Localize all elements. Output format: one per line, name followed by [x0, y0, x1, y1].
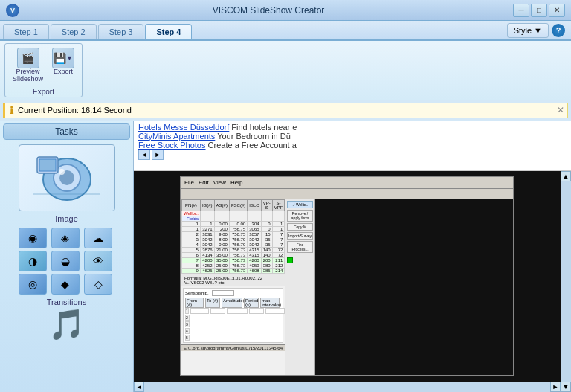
info-close-button[interactable]: ✕	[557, 105, 564, 115]
ad-link-3[interactable]: Free Stock Photos	[138, 141, 206, 150]
formula-bar: Formula: M.G..RIS00E..3.01.R0002..22 V..…	[181, 274, 285, 286]
scroll-up-button[interactable]: ▲	[561, 171, 571, 181]
import-button[interactable]: Import/Survey...	[287, 232, 313, 240]
info-icon: ℹ	[10, 105, 13, 116]
slideshow-container: Hotels Messe Düsseldorf Find hotels near…	[134, 121, 571, 392]
ad-text-1: Find hotels near e	[231, 123, 297, 132]
export-section-label: Export	[33, 86, 54, 96]
copy-button[interactable]: Copy M	[287, 223, 313, 231]
slide-data-panel: PN(#) IG(#) AS(#) FSC(#) ISLC VP-S	[181, 199, 315, 375]
slide-data-table: PN(#) IG(#) AS(#) FSC(#) ISLC VP-S	[181, 199, 285, 274]
wellbr-button[interactable]: ✓ Wellbr..	[287, 201, 313, 208]
ad-text-2: Your Bedroom in Dü	[217, 132, 291, 141]
music-icon: 🎵	[48, 309, 86, 339]
scroll-left-button[interactable]: ◄	[134, 382, 144, 392]
table-row: 110.000.00304010.00	[182, 222, 286, 227]
status-date: 1/15/2011	[247, 346, 267, 350]
music-area: 🎵	[48, 309, 86, 339]
maximize-button[interactable]: □	[531, 4, 547, 17]
ad-line-1: Hotels Messe Düsseldorf Find hotels near…	[138, 123, 567, 132]
help-button[interactable]: ?	[552, 24, 565, 37]
slide-menu-bar: File Edit View Help	[181, 177, 513, 189]
transition-icon-8[interactable]: ◇	[84, 274, 112, 295]
minimize-button[interactable]: ─	[513, 4, 529, 17]
table-row: 5387621.00756.734315140722.96	[182, 248, 286, 253]
status-indicator-green	[287, 257, 293, 263]
hscroll-track[interactable]	[144, 382, 550, 392]
image-label: Image	[55, 214, 78, 223]
preview-icon: 🎬	[17, 48, 39, 68]
topbar-right: Style ▼ ?	[501, 23, 571, 38]
main-content: Tasks Image ◉ ◈ ☁ ◑	[0, 121, 571, 392]
transition-icon-7[interactable]: ◆	[51, 274, 80, 295]
slide-right-buttons: ✓ Wellbr.. Remove / apply form Copy M Im…	[285, 199, 314, 375]
find-process-button[interactable]: Find Process...	[287, 241, 313, 253]
transition-icon-2[interactable]: ☁	[84, 228, 112, 248]
ad-navigation: ◄ ►	[138, 150, 567, 160]
ad-next-button[interactable]: ►	[152, 150, 164, 160]
window-controls: ─ □ ✕	[513, 4, 565, 17]
vscroll-track[interactable]	[561, 181, 571, 382]
steps-container: Step 1 Step 2 Step 3 Step 4	[0, 21, 501, 39]
ads-content: Hotels Messe Düsseldorf Find hotels near…	[134, 121, 571, 162]
svg-rect-5	[39, 159, 56, 171]
horizontal-scrollbar: ◄ ►	[134, 382, 561, 392]
slide-preview-row: File Edit View Help	[134, 171, 571, 392]
remove-button[interactable]: Remove / apply form	[287, 210, 313, 222]
table-row: 13271200756.753065013.40	[182, 227, 286, 232]
table-row: 9462525.00756.7346083852142.96	[182, 269, 286, 274]
step-tab-2[interactable]: Step 2	[51, 24, 97, 39]
slide-toolbar-bar	[181, 189, 513, 199]
transition-icon-0[interactable]: ◉	[19, 228, 47, 248]
export-button[interactable]: 💾 ▼ Export	[49, 46, 77, 85]
step-tab-4[interactable]: Step 4	[145, 24, 192, 39]
table-row: 430420.00756.7930423572.95	[182, 242, 286, 248]
ad-link-2[interactable]: CityMinis Apartments	[138, 132, 215, 141]
transitions-grid: ◉ ◈ ☁ ◑ ◒ 👁 ◎ ◆ ◇	[19, 228, 115, 295]
icon-toolbar: 🎬 Preview Slideshow 💾 ▼ Export Export	[0, 41, 571, 100]
scroll-right-button[interactable]: ►	[550, 382, 561, 392]
slide-content-area: PN(#) IG(#) AS(#) FSC(#) ISLC VP-S	[181, 199, 513, 375]
slide-content-frame: File Edit View Help	[180, 176, 514, 376]
transition-icon-6[interactable]: ◎	[19, 274, 47, 295]
table-row: 8425225.00756.7340593802123.94	[182, 263, 286, 269]
transition-icon-1[interactable]: ◈	[51, 228, 80, 248]
ad-prev-button[interactable]: ◄	[138, 150, 150, 160]
scroll-down-button[interactable]: ▼	[561, 382, 571, 392]
step-tab-3[interactable]: Step 3	[98, 24, 144, 39]
app-icon: V	[6, 4, 19, 17]
info-message: Current Position: 16.14 Second	[18, 106, 132, 115]
ad-line-3: Free Stock Photos Create a Free Account …	[138, 141, 567, 150]
export-icon: 💾 ▼	[52, 48, 74, 68]
preview-slideshow-label: Preview Slideshow	[13, 68, 43, 83]
svg-point-3	[59, 169, 65, 175]
slide-viewport: File Edit View Help	[134, 171, 561, 382]
step-bar: Step 1 Step 2 Step 3 Step 4 Style ▼ ?	[0, 21, 571, 41]
slide-input-area: Sensorship. From (#) To (#) Ampli	[183, 288, 283, 343]
preview-slideshow-button[interactable]: 🎬 Preview Slideshow	[10, 46, 46, 85]
ad-line-2: CityMinis Apartments Your Bedroom in Dü	[138, 132, 567, 141]
transition-icon-4[interactable]: ◒	[51, 251, 80, 271]
sidebar-title: Tasks	[3, 123, 130, 140]
slide-inner: File Edit View Help	[181, 177, 513, 375]
export-toolbar-section: 🎬 Preview Slideshow 💾 ▼ Export Export	[4, 43, 83, 97]
export-label: Export	[54, 68, 73, 76]
transition-icon-5[interactable]: 👁	[84, 251, 112, 271]
ad-link-1[interactable]: Hotels Messe Düsseldorf	[138, 123, 229, 132]
slide-right-panel	[315, 199, 513, 375]
transition-icon-3[interactable]: ◑	[19, 251, 47, 271]
image-preview-graphic	[33, 150, 100, 205]
slide-preview-main: File Edit View Help	[134, 171, 561, 392]
table-row: 7420035.00756.7342002002112.96	[182, 258, 286, 263]
title-bar: V VISCOM SlideShow Creator ─ □ ✕	[0, 0, 571, 21]
image-preview	[19, 144, 115, 211]
app-window: V VISCOM SlideShow Creator ─ □ ✕ Step 1 …	[0, 0, 571, 392]
table-row: 230319.00756.7530571572.40	[182, 232, 286, 237]
window-title: VISCOM SlideShow Creator	[24, 5, 513, 16]
table-row: 6413435.00756.734315140722.96	[182, 253, 286, 258]
close-button[interactable]: ✕	[549, 4, 565, 17]
style-button[interactable]: Style ▼	[507, 23, 549, 38]
ad-text-3: Create a Free Account a	[208, 141, 297, 150]
step-tab-1[interactable]: Step 1	[3, 24, 49, 39]
status-resolution: 1345:64	[266, 346, 283, 350]
